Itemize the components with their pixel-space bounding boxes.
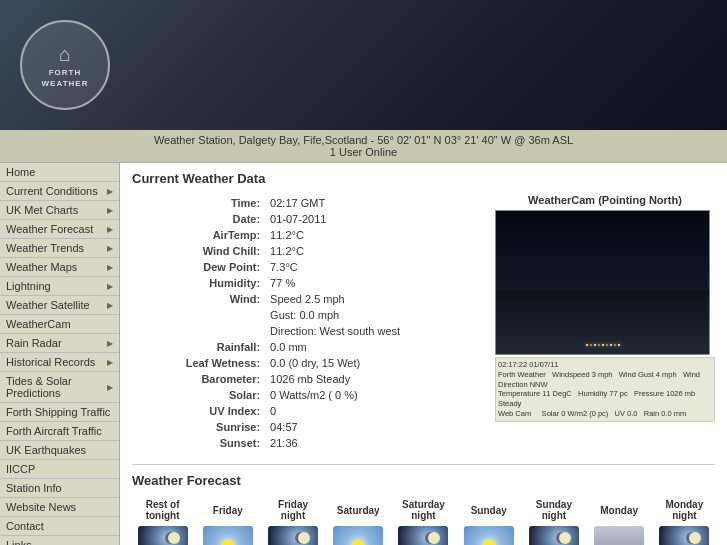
webcam-sky (496, 211, 709, 297)
station-info-text: Weather Station, Dalgety Bay, Fife,Scotl… (4, 134, 723, 146)
moon-icon (298, 532, 310, 544)
arrow-icon: ▶ (107, 358, 113, 367)
forecast-section: Weather Forecast Rest of tonight Friday (132, 464, 715, 545)
sidebar-item-weather-forecast[interactable]: Weather Forecast ▶ (0, 220, 119, 239)
sidebar-item-earthquakes[interactable]: UK Earthquakes (0, 441, 119, 460)
table-row: Dew Point: 7.3°C (134, 260, 483, 274)
sidebar-item-aircraft[interactable]: Forth Aircraft Traffic (0, 422, 119, 441)
forecast-icon-day (333, 526, 383, 545)
sun-icon (482, 539, 496, 545)
main-content: Current Weather Data Time: 02:17 GMT Dat… (120, 163, 727, 545)
forecast-day-label: Sunday (458, 496, 519, 524)
forecast-day-label: Monday night (654, 496, 715, 524)
field-label: Time: (134, 196, 266, 210)
field-label: Humidity: (134, 276, 266, 290)
light-dot (618, 344, 620, 346)
field-value: 21:36 (268, 436, 483, 450)
forecast-day-monday-night: Monday night (654, 496, 715, 545)
forecast-day-label: Sunday night (523, 496, 584, 524)
moon-icon (559, 532, 571, 544)
weather-grid: Time: 02:17 GMT Date: 01-07-2011 AirTemp… (132, 194, 715, 452)
webcam-lights (496, 344, 709, 346)
field-value: Speed 2.5 mph (268, 292, 483, 306)
sidebar-item-website-news[interactable]: Website News (0, 498, 119, 517)
field-label: Sunrise: (134, 420, 266, 434)
sidebar-item-contact[interactable]: Contact (0, 517, 119, 536)
webcam-title: WeatherCam (Pointing North) (495, 194, 715, 206)
sidebar-item-uk-met-charts[interactable]: UK Met Charts ▶ (0, 201, 119, 220)
table-row: Wind: Speed 2.5 mph (134, 292, 483, 306)
forecast-icon-cloudy (594, 526, 644, 545)
webcam-image (495, 210, 710, 355)
forecast-day-label: Friday night (262, 496, 323, 524)
forecast-day-tonight: Rest of tonight (132, 496, 193, 545)
main-layout: Home Current Conditions ▶ UK Met Charts … (0, 163, 727, 545)
forecast-day-saturday-night: Saturday night (393, 496, 454, 545)
field-value: 7.3°C (268, 260, 483, 274)
sidebar-item-rain-radar[interactable]: Rain Radar ▶ (0, 334, 119, 353)
sidebar: Home Current Conditions ▶ UK Met Charts … (0, 163, 120, 545)
forecast-day-label: Monday (589, 496, 650, 524)
field-label: Dew Point: (134, 260, 266, 274)
light-dot (586, 344, 588, 346)
field-value: 0 Watts/m2 ( 0 %) (268, 388, 483, 402)
field-value: 0.0 (0 dry, 15 Wet) (268, 356, 483, 370)
sidebar-item-links[interactable]: Links (0, 536, 119, 545)
forecast-icon-night (529, 526, 579, 545)
sidebar-item-current-conditions[interactable]: Current Conditions ▶ (0, 182, 119, 201)
table-row: Direction: West south west (134, 324, 483, 338)
forecast-grid: Rest of tonight Friday (132, 496, 715, 545)
field-label: UV Index: (134, 404, 266, 418)
forecast-title: Weather Forecast (132, 473, 715, 488)
field-label: AirTemp: (134, 228, 266, 242)
light-dot (594, 344, 596, 346)
field-label (134, 308, 266, 322)
sidebar-item-weather-satellite[interactable]: Weather Satellite ▶ (0, 296, 119, 315)
sidebar-item-shipping[interactable]: Forth Shipping Traffic (0, 403, 119, 422)
table-row: Gust: 0.0 mph (134, 308, 483, 322)
sidebar-item-historical-records[interactable]: Historical Records ▶ (0, 353, 119, 372)
forecast-icon-night (659, 526, 709, 545)
field-label: Wind: (134, 292, 266, 306)
arrow-icon: ▶ (107, 187, 113, 196)
field-value: Gust: 0.0 mph (268, 308, 483, 322)
logo-text-line2: WEATHER (42, 79, 89, 88)
field-label: Wind Chill: (134, 244, 266, 258)
arrow-icon: ▶ (107, 263, 113, 272)
sidebar-item-weathercam[interactable]: WeatherCam (0, 315, 119, 334)
sidebar-item-lightning[interactable]: Lightning ▶ (0, 277, 119, 296)
forecast-day-label: Rest of tonight (132, 496, 193, 524)
light-dot (606, 344, 608, 346)
sidebar-item-iiccp[interactable]: IICCP (0, 460, 119, 479)
field-value: 0.0 mm (268, 340, 483, 354)
table-row: Barometer: 1026 mb Steady (134, 372, 483, 386)
forecast-day-saturday: Saturday (328, 496, 389, 545)
forecast-icon-night (398, 526, 448, 545)
table-row: Solar: 0 Watts/m2 ( 0 %) (134, 388, 483, 402)
sidebar-item-home[interactable]: Home (0, 163, 119, 182)
field-label: Date: (134, 212, 266, 226)
field-value: 11.2°C (268, 244, 483, 258)
site-logo: ⌂ FORTH WEATHER (20, 20, 110, 110)
arrow-icon: ▶ (107, 301, 113, 310)
forecast-day-label: Saturday night (393, 496, 454, 524)
arrow-icon: ▶ (107, 282, 113, 291)
table-row: UV Index: 0 (134, 404, 483, 418)
moon-icon (689, 532, 701, 544)
field-value: 01-07-2011 (268, 212, 483, 226)
table-row: Time: 02:17 GMT (134, 196, 483, 210)
sidebar-item-weather-maps[interactable]: Weather Maps ▶ (0, 258, 119, 277)
field-label: Rainfall: (134, 340, 266, 354)
sidebar-item-tides-solar[interactable]: Tides & Solar Predictions ▶ (0, 372, 119, 403)
forecast-day-label: Saturday (328, 496, 389, 524)
sidebar-item-weather-trends[interactable]: Weather Trends ▶ (0, 239, 119, 258)
current-weather-title: Current Weather Data (132, 171, 715, 186)
forecast-icon-day (203, 526, 253, 545)
table-row: AirTemp: 11.2°C (134, 228, 483, 242)
forecast-day-sunday: Sunday (458, 496, 519, 545)
table-row: Sunrise: 04:57 (134, 420, 483, 434)
forecast-icon-night (138, 526, 188, 545)
sidebar-item-station-info[interactable]: Station Info (0, 479, 119, 498)
arrow-icon: ▶ (107, 206, 113, 215)
webcam-caption: 02:17:22 01/07/11 Forth Weather Windspee… (495, 357, 715, 422)
